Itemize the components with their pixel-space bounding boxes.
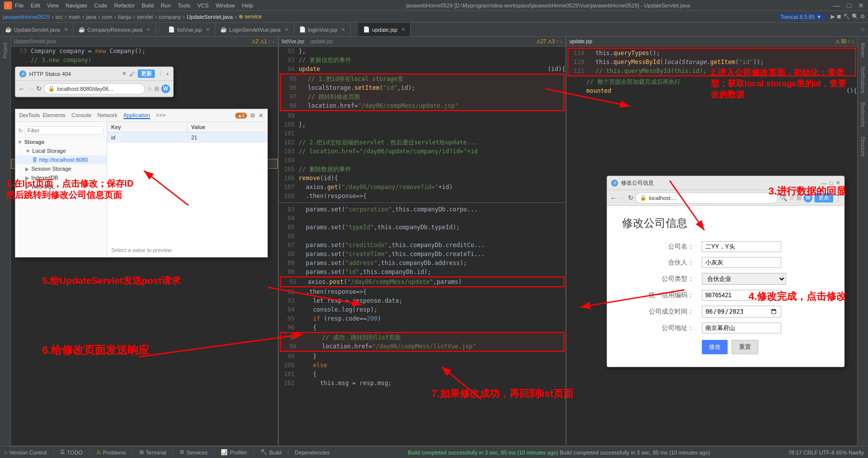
input-credit-code[interactable] (702, 290, 781, 301)
input-address[interactable] (702, 323, 781, 333)
menu-bar[interactable]: File Edit View Navigate Code Refactor Bu… (15, 2, 253, 8)
build-item[interactable]: 🔨 Build (260, 449, 281, 456)
right-code-content: 119 this.queryTypes(); 120 this.queryMes… (566, 48, 857, 95)
dt-close-icon[interactable]: ✕ (258, 112, 263, 119)
dt-filter-input[interactable] (25, 126, 104, 135)
breadcrumb-company[interactable]: company (159, 14, 181, 20)
input-create-time[interactable] (702, 306, 781, 318)
dt-local-storage-child[interactable]: 🗄 http://localhost:8080 (15, 155, 107, 164)
minimize-button[interactable]: — (833, 1, 840, 9)
menu-edit[interactable]: Edit (31, 2, 40, 8)
project-name[interactable]: javawebHome0529 (3, 14, 50, 20)
update-address-bar[interactable]: 🔒 localhost:... (635, 193, 778, 203)
browser-404-btn[interactable]: 更新 (138, 69, 155, 78)
browser-ext[interactable]: ⊞ (154, 85, 159, 92)
dt-tab-console[interactable]: Console (71, 112, 91, 119)
tab-bar[interactable]: ☕ UpdateServlet.java ✕ ☕ CompanyRemove.j… (0, 23, 868, 37)
breadcrumb-updateservlet[interactable]: UpdateServlet.java (186, 14, 233, 20)
update-back[interactable]: ← (610, 194, 617, 202)
update-forward[interactable]: → (619, 194, 626, 202)
breadcrumb-java[interactable]: java (86, 14, 96, 20)
dt-tab-network[interactable]: Network (97, 112, 117, 119)
sidebar-bookmarks[interactable]: Bookmarks (859, 100, 867, 129)
update-btn[interactable]: 更新 (814, 193, 833, 202)
sidebar-notifications[interactable]: Notifications (859, 65, 867, 95)
breadcrumb-com[interactable]: com (102, 14, 113, 20)
browser-forward[interactable]: → (27, 85, 34, 93)
dt-local-storage[interactable]: ▼ Local Storage (15, 146, 107, 155)
dt-tab-application[interactable]: Application (124, 112, 150, 119)
version-control[interactable]: ⑃ Version Control (4, 450, 47, 456)
update-browser-min[interactable]: — (821, 180, 826, 186)
tab-overflow[interactable]: ⚙ (858, 27, 868, 32)
tab-companyremove[interactable]: ☕ CompanyRemove.java ✕ (73, 23, 156, 37)
browser-refresh[interactable]: ↻ (36, 85, 42, 92)
tab-listvue[interactable]: 📄 listVue.jsp ✕ (163, 23, 215, 37)
dt-data-row[interactable]: id 21 (107, 132, 267, 143)
dependencies-item[interactable]: Dependencies (295, 450, 329, 456)
browser-star[interactable]: ☆ (147, 85, 152, 92)
menu-code[interactable]: Code (94, 2, 107, 8)
dt-session-storage[interactable]: ▶ Session Storage (15, 164, 107, 173)
terminal-item[interactable]: ⊞ Terminal (139, 449, 167, 456)
update-more[interactable]: ⋮ (835, 195, 841, 201)
update-browser-max[interactable]: □ (829, 180, 833, 186)
menu-vcs[interactable]: VCS (197, 2, 209, 8)
close-button[interactable]: ✕ (858, 1, 864, 9)
tab-loginvue[interactable]: 📄 loginVue.jsp ✕ (294, 23, 351, 37)
devtools-window[interactable]: DevTools Elements Console Network Applic… (15, 109, 268, 258)
btn-submit-update[interactable]: 修改 (702, 340, 728, 354)
breadcrumb-src[interactable]: src (56, 14, 63, 20)
maximize-button[interactable]: □ (847, 1, 851, 9)
menu-help[interactable]: Help (242, 2, 253, 8)
update-refresh[interactable]: ↻ (628, 194, 633, 201)
dt-web-sql[interactable]: ▶ Web SQL (15, 182, 107, 191)
tab-close-companyremove[interactable]: ✕ (146, 27, 150, 32)
browser-404-more[interactable]: ⋮ (158, 70, 163, 77)
browser-404-close[interactable]: ✕ (122, 70, 126, 77)
browser-update-window[interactable]: ⚡ 修改公司信息 — □ ✕ ← → ↻ 🔒 localhost:... 🔍 ☆… (607, 176, 845, 367)
sidebar-structure[interactable]: Structure (859, 134, 867, 159)
title-bar: I File Edit View Navigate Code Refactor … (0, 0, 868, 11)
dt-tab-elements[interactable]: Elements (43, 112, 65, 119)
breadcrumb-servlet[interactable]: servlet (137, 14, 153, 20)
browser-404-pin[interactable]: 🖊 (129, 71, 135, 77)
menu-window[interactable]: Window (216, 2, 235, 8)
menu-tools[interactable]: Tools (178, 2, 190, 8)
menu-navigate[interactable]: Navigate (65, 2, 87, 8)
input-company-name[interactable] (702, 241, 781, 252)
menu-run[interactable]: Run (161, 2, 171, 8)
menu-refactor[interactable]: Refactor (114, 2, 135, 8)
update-search-icon[interactable]: 🔍 (780, 195, 787, 201)
breadcrumb-service[interactable]: ⊕ service (239, 13, 262, 20)
sidebar-project[interactable]: Project (1, 41, 9, 60)
dt-tab-more[interactable]: >>> (156, 112, 166, 119)
select-company-type[interactable]: 合伙企业 有限公司 股份公司 (702, 273, 786, 285)
tab-update-jsp[interactable]: 📄 update.jsp ✕ (358, 23, 411, 37)
tab-loginservletvue[interactable]: ☕ LoginServletVue.java ✕ (215, 23, 294, 37)
browser-back[interactable]: ← (18, 85, 25, 93)
tab-close-updateservlet[interactable]: ✕ (64, 27, 68, 32)
update-star[interactable]: ☆ (789, 195, 795, 201)
problems-item[interactable]: ⚠ Problems (96, 449, 126, 456)
services-item[interactable]: ⚙ Services (180, 449, 207, 456)
browser-404-window[interactable]: ⚡ HTTP Status 404 ✕ 🖊 更新 ⋮ + ← → ↻ 🔒 loc… (15, 66, 174, 97)
input-partner[interactable] (702, 257, 781, 268)
tab-updateservlet[interactable]: ☕ UpdateServlet.java ✕ (0, 23, 73, 37)
breadcrumb-tianju[interactable]: tianju (118, 14, 131, 20)
browser-404-expand[interactable]: + (166, 71, 169, 77)
dt-indexed-db[interactable]: ▶ IndexedDB (15, 173, 107, 182)
dt-settings-icon[interactable]: ⚙ (250, 112, 255, 119)
menu-view[interactable]: View (47, 2, 59, 8)
update-ext[interactable]: ⊞ (797, 195, 802, 201)
browser-address[interactable]: 🔒 localhost:8080/day06... (44, 83, 145, 94)
profiler-item[interactable]: 📊 Profiler (221, 449, 247, 456)
breadcrumb-main[interactable]: main (68, 14, 80, 20)
menu-build[interactable]: Build (142, 2, 154, 8)
sidebar-maven[interactable]: Maven (859, 41, 867, 60)
update-browser-close[interactable]: ✕ (836, 180, 840, 186)
window-controls[interactable]: — □ ✕ (833, 1, 864, 9)
menu-file[interactable]: File (15, 2, 24, 8)
todo-item[interactable]: ☰ TODO (60, 449, 83, 456)
btn-reset-form[interactable]: 重置 (732, 340, 758, 354)
